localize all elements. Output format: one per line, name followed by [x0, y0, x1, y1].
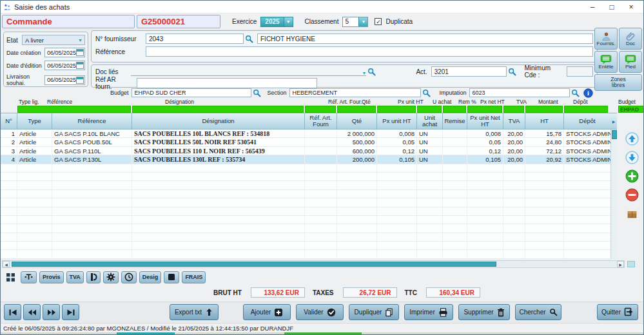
table-cell[interactable]: UN: [417, 147, 443, 155]
table-cell[interactable]: 200,000: [337, 155, 377, 163]
entry-cell[interactable]: [443, 106, 466, 113]
table-cell[interactable]: [305, 155, 337, 163]
tva-button[interactable]: TVA: [66, 271, 84, 283]
table-cell[interactable]: 0,12: [377, 147, 417, 155]
entry-cell[interactable]: [525, 106, 563, 113]
layout-grid-button[interactable]: [3, 271, 18, 283]
document-number-field[interactable]: G25000021: [137, 15, 220, 28]
table-cell[interactable]: GA SACS P.10L BLANC: [52, 129, 132, 137]
desig-button[interactable]: Desig: [139, 271, 162, 283]
exercice-select[interactable]: 2025 ▼: [260, 17, 293, 27]
doc-lies-combo[interactable]: ▼: [131, 67, 367, 76]
table-cell[interactable]: Article: [17, 147, 52, 155]
entry-cell[interactable]: [337, 106, 376, 113]
table-cell[interactable]: STOCKS ADMINIST: [564, 147, 610, 155]
dupliquer-button[interactable]: Dupliquer: [349, 304, 399, 320]
valider-button[interactable]: Valider: [296, 304, 344, 320]
table-row[interactable]: 2ArticleGA SACS POUB.50LSACS POUBELLES 5…: [1, 138, 610, 146]
etat-select[interactable]: A livrer ▼: [22, 35, 85, 45]
table-cell[interactable]: 0,105: [377, 155, 417, 163]
quitter-button[interactable]: Quitter: [597, 304, 638, 320]
date-input[interactable]: 06/05/2025: [44, 75, 85, 85]
calendar-icon[interactable]: [76, 77, 84, 84]
table-cell[interactable]: 0,105: [467, 155, 503, 163]
table-cell[interactable]: GA SACS P.130L: [52, 155, 132, 163]
budget-field[interactable]: EHPAD SUD CHER: [132, 88, 251, 97]
table-cell[interactable]: [443, 129, 467, 137]
text-width-button[interactable]: [21, 271, 37, 283]
frais-button[interactable]: FRAIS: [182, 271, 206, 283]
table-cell[interactable]: [443, 147, 467, 155]
chercher-button[interactable]: Chercher: [515, 304, 561, 320]
horizontal-scrollbar[interactable]: ◀ ▶: [2, 260, 625, 268]
column-header[interactable]: N°: [1, 113, 17, 129]
scroll-right-icon[interactable]: ▶: [617, 261, 624, 267]
classement-select[interactable]: 5 ▼: [342, 17, 368, 27]
next-record-button[interactable]: [43, 304, 60, 320]
stock-button[interactable]: [625, 206, 639, 220]
history-button[interactable]: [121, 271, 137, 283]
table-cell[interactable]: Article: [17, 129, 52, 137]
table-cell[interactable]: 20,92: [525, 155, 564, 163]
section-field[interactable]: HEBERGEMENT: [289, 88, 421, 97]
column-header[interactable]: Type: [17, 113, 52, 129]
table-cell[interactable]: 20,00: [503, 129, 525, 137]
column-header[interactable]: Px unit HT: [377, 113, 417, 129]
column-header[interactable]: Référence: [52, 113, 132, 129]
chevron-down-icon[interactable]: ▼: [358, 17, 367, 26]
table-cell[interactable]: SACS POUBELLES 50L NOIR REF 530541: [132, 138, 305, 146]
entry-cell[interactable]: [417, 106, 442, 113]
maximize-button[interactable]: □: [602, 1, 621, 13]
column-header[interactable]: Qté: [337, 113, 377, 129]
column-header[interactable]: Px unit Net HT: [467, 113, 503, 129]
table-cell[interactable]: 0,05: [377, 138, 417, 146]
last-record-button[interactable]: [62, 304, 79, 320]
info-icon[interactable]: i: [583, 88, 593, 98]
table-cell[interactable]: 0,008: [377, 129, 417, 137]
table-cell[interactable]: STOCKS ADMINIST: [564, 138, 610, 146]
table-cell[interactable]: 20,00: [503, 155, 525, 163]
table-cell[interactable]: STOCKS ADMINIST: [564, 129, 610, 137]
settings-button[interactable]: [103, 271, 119, 283]
table-cell[interactable]: [443, 155, 467, 163]
table-cell[interactable]: UN: [417, 138, 443, 146]
provis-button[interactable]: Provis: [39, 271, 64, 283]
table-cell[interactable]: 20,00: [503, 138, 525, 146]
entry-cell[interactable]: [467, 106, 502, 113]
entry-cell[interactable]: [17, 106, 131, 113]
supplier-number-field[interactable]: 2043: [146, 34, 244, 44]
column-header[interactable]: Désignation: [132, 113, 305, 129]
first-record-button[interactable]: [4, 304, 21, 320]
entry-cell[interactable]: [305, 106, 336, 113]
column-header[interactable]: HT: [525, 113, 564, 129]
imputation-field[interactable]: 6023: [469, 88, 570, 97]
table-row[interactable]: 3ArticleGA SACS P.110LSACS POUBELLES 110…: [1, 147, 610, 155]
table-cell[interactable]: [305, 138, 337, 146]
move-line-down-button[interactable]: [625, 150, 639, 164]
chevron-down-icon[interactable]: ▼: [362, 71, 366, 75]
act-field[interactable]: 3201: [431, 66, 507, 77]
table-cell[interactable]: 72,12: [525, 147, 564, 155]
table-row-empty[interactable]: [1, 198, 610, 207]
table-cell[interactable]: STOCKS ADMINIST: [564, 155, 610, 163]
block-button[interactable]: [164, 271, 179, 283]
table-row-empty[interactable]: [1, 190, 610, 198]
date-input[interactable]: 06/05/2025: [44, 48, 85, 57]
table-row-empty[interactable]: [1, 173, 610, 181]
column-header[interactable]: TVA: [503, 113, 525, 129]
table-cell[interactable]: Article: [17, 155, 52, 163]
table-cell[interactable]: GA SACS P.110L: [52, 147, 132, 155]
table-cell[interactable]: SACS POUBELLES 110 L NOIR REF : 565439: [132, 147, 305, 155]
table-cell[interactable]: 600,000: [337, 147, 377, 155]
column-header[interactable]: Unit achat: [417, 113, 443, 129]
table-cell[interactable]: 2 000,000: [337, 129, 377, 137]
table-cell[interactable]: UN: [417, 155, 443, 163]
table-cell[interactable]: 0,12: [467, 147, 503, 155]
doc-button[interactable]: Doc: [619, 28, 642, 50]
move-line-up-button[interactable]: [625, 131, 639, 146]
export-button[interactable]: Export txt: [170, 304, 219, 320]
table-cell[interactable]: 500,000: [337, 138, 377, 146]
entry-cell[interactable]: [377, 106, 416, 113]
minimize-button[interactable]: –: [583, 1, 602, 13]
vertical-scrollbar[interactable]: [610, 129, 617, 259]
